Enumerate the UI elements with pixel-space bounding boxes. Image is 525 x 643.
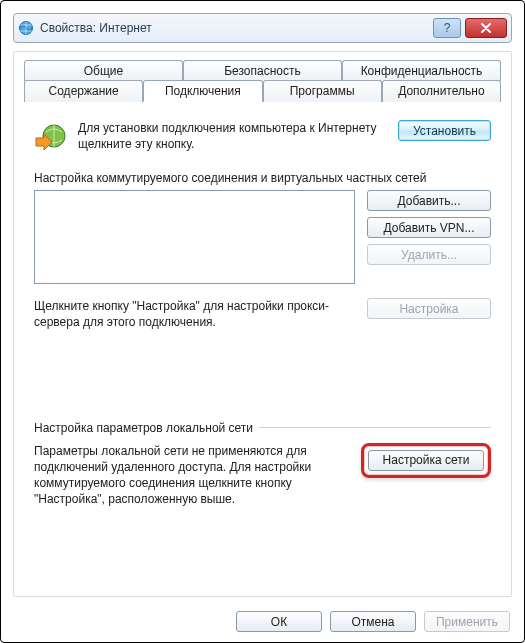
tab-connections[interactable]: Подключения [143, 80, 262, 102]
window-title: Свойства: Интернет [40, 21, 429, 35]
lan-group-label: Настройка параметров локальной сети [34, 421, 253, 435]
apply-button: Применить [424, 611, 510, 632]
connections-listbox[interactable] [34, 190, 355, 284]
tab-strip: Общие Безопасность Конфиденциальность Со… [24, 60, 501, 106]
tab-advanced[interactable]: Дополнительно [382, 80, 501, 102]
tab-privacy[interactable]: Конфиденциальность [342, 60, 501, 81]
dialog-body: Общие Безопасность Конфиденциальность Со… [13, 51, 512, 597]
lan-description: Параметры локальной сети не применяются … [34, 443, 349, 508]
add-connection-button[interactable]: Добавить... [367, 190, 491, 211]
internet-options-icon [18, 20, 34, 36]
lan-settings-button[interactable]: Настройка сети [368, 450, 484, 471]
setup-text: Для установки подключения компьютера к И… [78, 120, 388, 152]
globe-wizard-icon [34, 120, 68, 154]
cancel-button[interactable]: Отмена [330, 611, 416, 632]
highlight-annotation: Настройка сети [361, 443, 491, 478]
connection-settings-button: Настройка [367, 298, 491, 319]
remove-connection-button: Удалить... [367, 244, 491, 265]
titlebar: Свойства: Интернет ? [13, 13, 512, 43]
dialup-group-label: Настройка коммутируемого соединения и ви… [34, 170, 491, 186]
close-button[interactable] [465, 18, 507, 38]
tab-security[interactable]: Безопасность [183, 60, 342, 81]
tab-content[interactable]: Содержание [24, 80, 143, 102]
setup-button[interactable]: Установить [398, 120, 491, 141]
tab-programs[interactable]: Программы [263, 80, 382, 102]
dialog-footer: ОК Отмена Применить [236, 611, 510, 632]
divider [259, 427, 491, 428]
dialog-window: Свойства: Интернет ? Общие Безопасность … [0, 0, 525, 643]
tab-panel-connections: Для установки подключения компьютера к И… [24, 106, 501, 517]
ok-button[interactable]: ОК [236, 611, 322, 632]
add-vpn-button[interactable]: Добавить VPN... [367, 217, 491, 238]
proxy-hint-text: Щелкните кнопку "Настройка" для настройк… [34, 298, 355, 330]
help-button[interactable]: ? [433, 18, 461, 38]
tab-general[interactable]: Общие [24, 60, 183, 81]
